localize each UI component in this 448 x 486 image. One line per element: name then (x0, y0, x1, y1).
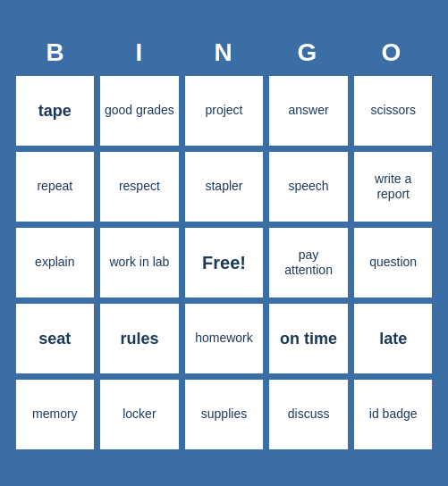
bingo-cell[interactable]: explain (14, 226, 97, 299)
bingo-cell[interactable]: locker (98, 378, 181, 451)
bingo-cell[interactable]: late (352, 302, 435, 375)
bingo-cell[interactable]: scissors (352, 74, 435, 147)
bingo-cell[interactable]: homework (183, 302, 266, 375)
bingo-cell[interactable]: on time (267, 302, 350, 375)
bingo-grid: tapegood gradesprojectanswerscissorsrepe… (14, 74, 435, 451)
bingo-cell[interactable]: project (183, 74, 266, 147)
bingo-cell[interactable]: good grades (98, 74, 181, 147)
bingo-card: BINGO tapegood gradesprojectanswerscisso… (5, 26, 444, 460)
bingo-cell[interactable]: id badge (352, 378, 435, 451)
bingo-cell[interactable]: pay attention (267, 226, 350, 299)
bingo-letter: G (266, 35, 351, 71)
free-cell[interactable]: Free! (183, 226, 266, 299)
bingo-letter: B (14, 35, 98, 71)
bingo-cell[interactable]: write a report (352, 150, 435, 223)
bingo-cell[interactable]: discuss (267, 378, 350, 451)
bingo-cell[interactable]: tape (14, 74, 97, 147)
bingo-cell[interactable]: supplies (183, 378, 266, 451)
bingo-letter: N (182, 35, 266, 71)
bingo-cell[interactable]: work in lab (98, 226, 181, 299)
bingo-cell[interactable]: memory (14, 378, 97, 451)
bingo-cell[interactable]: answer (267, 74, 350, 147)
bingo-cell[interactable]: rules (98, 302, 181, 375)
bingo-cell[interactable]: repeat (14, 150, 97, 223)
bingo-cell[interactable]: seat (14, 302, 97, 375)
bingo-header: BINGO (14, 35, 435, 71)
bingo-cell[interactable]: speech (267, 150, 350, 223)
bingo-letter: I (98, 35, 182, 71)
bingo-cell[interactable]: respect (98, 150, 181, 223)
bingo-letter: O (351, 35, 435, 71)
bingo-cell[interactable]: question (352, 226, 435, 299)
bingo-cell[interactable]: stapler (183, 150, 266, 223)
